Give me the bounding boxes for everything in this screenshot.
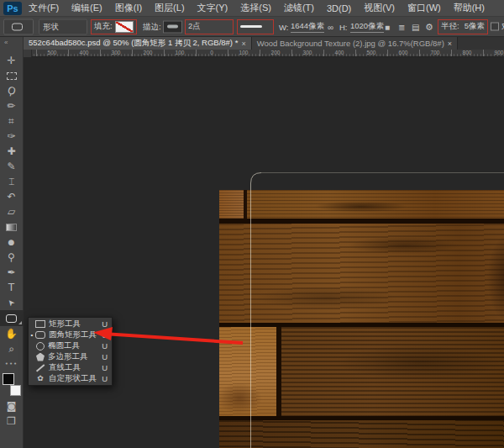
path-alignment-button[interactable]: ≣ <box>398 22 407 31</box>
align-edges-checkbox[interactable] <box>491 23 499 31</box>
ruler-label: 100 <box>176 50 185 56</box>
wood-plank-block <box>219 190 247 219</box>
wood-plank-row-4 <box>219 420 504 448</box>
menu-item-7[interactable]: 3D(D) <box>327 3 351 13</box>
menu-item-6[interactable]: 滤镜(T) <box>284 2 314 14</box>
eyedropper-tool-icon: ✑ <box>7 131 15 141</box>
current-tool-bullet: • <box>29 332 35 339</box>
close-icon[interactable]: × <box>448 40 452 48</box>
quick-mask-button-icon: ◙ <box>7 401 17 411</box>
eraser-tool[interactable]: ▱ <box>0 204 24 219</box>
menu-item-10[interactable]: 帮助(H) <box>454 2 485 14</box>
zoom-tool[interactable]: ⌕ <box>0 341 24 356</box>
background-color-swatch[interactable] <box>10 385 21 396</box>
menu-item-4[interactable]: 文字(Y) <box>197 2 228 14</box>
flyout-item-rounded-rectangle[interactable]: •圆角矩形工具U <box>29 329 112 340</box>
ruler-label: 900 <box>495 50 504 56</box>
rectangular-marquee-tool[interactable] <box>0 68 24 83</box>
flyout-item-polygon[interactable]: 多边形工具U <box>29 351 112 362</box>
menu-item-5[interactable]: 选择(S) <box>240 2 271 14</box>
document-canvas[interactable] <box>24 57 504 448</box>
flyout-item-custom-shape[interactable]: ✿自定形状工具U <box>29 373 112 384</box>
type-tool[interactable]: T <box>0 280 24 295</box>
quick-mask-button[interactable]: ◙ <box>0 398 24 414</box>
arrange-icon: ▤ <box>412 22 419 31</box>
menu-item-2[interactable]: 图像(I) <box>115 2 142 14</box>
type-tool-icon: T <box>8 282 14 293</box>
corner-radius-control[interactable]: 半径: 5像素 <box>438 19 488 34</box>
shortcut-label: U <box>102 341 108 350</box>
menu-item-3[interactable]: 图层(L) <box>155 2 184 14</box>
history-brush-tool[interactable]: ↶ <box>0 189 24 204</box>
foreground-color-swatch[interactable] <box>3 373 14 385</box>
clone-stamp-tool[interactable]: ⌶ <box>0 174 24 189</box>
ruler-label: 800 <box>463 50 472 56</box>
tool-preset-picker[interactable] <box>3 18 34 34</box>
eyedropper-tool[interactable]: ✑ <box>0 129 24 144</box>
stroke-color-bar <box>167 25 178 29</box>
menu-item-0[interactable]: 文件(F) <box>29 2 59 14</box>
link-dimensions-icon[interactable]: ∞ <box>328 22 333 31</box>
flyout-item-label: 矩形工具 <box>49 319 102 329</box>
ellipse-shape-icon <box>36 342 45 350</box>
edit-toolbar-button[interactable]: ••• <box>0 356 24 372</box>
pen-tool[interactable]: ✒ <box>0 265 24 280</box>
blur-tool[interactable]: ● <box>0 235 24 250</box>
fill-control[interactable]: 填充: <box>91 19 137 34</box>
path-operations-button[interactable]: ■ <box>385 22 392 31</box>
tab-document-1[interactable]: 552c64bad580c.psd @ 50% (圆角矩形 1 拷贝 2, RG… <box>24 37 252 50</box>
marquee-icon <box>7 72 17 80</box>
ruler-label: 400 <box>335 50 344 56</box>
photoshop-logo: Ps <box>3 2 22 15</box>
panel-collapse-button[interactable]: ‹‹ <box>0 37 23 49</box>
stroke-width-select[interactable]: 2点 <box>185 19 234 34</box>
height-field[interactable]: 1020像素 <box>350 21 384 33</box>
rounded-rect-preset-icon <box>12 23 23 30</box>
document-tab-bar: 552c64bad580c.psd @ 50% (圆角矩形 1 拷贝 2, RG… <box>24 37 504 50</box>
crop-tool[interactable]: ⌗ <box>0 113 24 129</box>
wood-plank-row-1 <box>219 190 504 224</box>
path-selection-tool-icon: ➤ <box>6 298 17 308</box>
spot-healing-brush-tool[interactable]: ✚ <box>0 144 24 159</box>
ruler-label: 200 <box>144 50 153 56</box>
screen-mode-button[interactable]: ❐ <box>0 414 24 429</box>
quick-selection-tool[interactable]: ✏ <box>0 98 24 113</box>
wood-light-plank <box>219 327 281 416</box>
gradient-tool[interactable] <box>0 219 24 235</box>
stroke-swatch[interactable] <box>163 20 182 33</box>
path-arrangement-button[interactable]: ▤ <box>412 22 422 31</box>
hand-tool[interactable]: ✋ <box>0 326 24 341</box>
dodge-tool[interactable]: ⚲ <box>0 250 24 265</box>
stroke-type-select[interactable] <box>237 19 274 34</box>
flyout-item-line[interactable]: 直线工具U <box>29 362 112 373</box>
shortcut-label: U <box>102 363 108 372</box>
height-label: H: <box>339 22 348 31</box>
flyout-item-rectangle[interactable]: 矩形工具U <box>29 319 112 329</box>
align-edges-control[interactable]: 对齐边缘 <box>491 21 504 32</box>
color-swatches[interactable] <box>0 372 24 398</box>
align-icon: ≣ <box>398 22 405 31</box>
ruler-label: 500 <box>367 50 376 56</box>
fill-none-swatch[interactable] <box>115 21 134 33</box>
close-icon[interactable]: × <box>241 40 245 48</box>
brush-tool[interactable]: ✎ <box>0 159 24 174</box>
geometry-options-button[interactable]: ⚙ <box>425 21 433 32</box>
menu-item-9[interactable]: 窗口(W) <box>407 2 441 14</box>
flyout-item-ellipse[interactable]: 椭圆工具U <box>29 340 112 351</box>
menu-bar: Ps 文件(F)编辑(E)图像(I)图层(L)文字(Y)选择(S)滤镜(T)3D… <box>0 0 504 17</box>
lasso-tool[interactable]: Ϙ <box>0 83 24 98</box>
wood-texture-image <box>219 190 504 448</box>
shortcut-label: U <box>102 319 108 329</box>
tab-document-2[interactable]: Wood Background Texture (2).jpg @ 16.7%(… <box>252 37 458 50</box>
radius-label: 半径: <box>441 21 459 32</box>
width-field[interactable]: 1644像素 <box>291 21 324 33</box>
flyout-item-label: 自定形状工具 <box>49 373 102 384</box>
move-tool[interactable]: ✛ <box>0 53 24 68</box>
ruler-label: 300 <box>303 50 312 56</box>
width-label: W: <box>279 22 288 31</box>
rounded-rectangle-tool[interactable] <box>0 310 24 326</box>
menu-item-1[interactable]: 编辑(E) <box>71 2 102 14</box>
path-selection-tool[interactable]: ➤ <box>0 295 24 310</box>
tool-mode-select[interactable]: 形状 <box>39 18 87 34</box>
menu-item-8[interactable]: 视图(V) <box>364 2 395 14</box>
